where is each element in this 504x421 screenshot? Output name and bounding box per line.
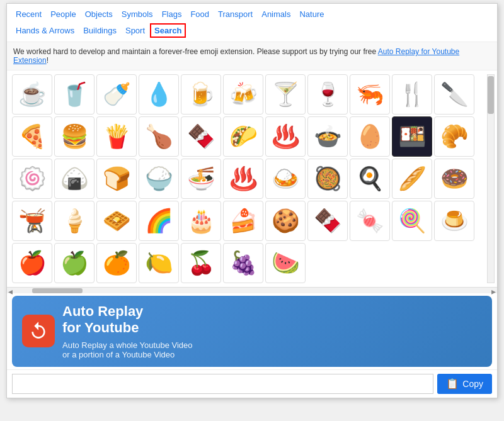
nav-flags[interactable]: Flags <box>158 8 186 21</box>
nav-search[interactable]: Search <box>150 23 186 38</box>
ad-banner[interactable]: Auto Replay for Youtube Auto Replay a wh… <box>12 296 492 367</box>
emoji-cell[interactable]: 🍏 <box>54 243 94 283</box>
ad-title: Auto Replay for Youtube <box>62 303 192 337</box>
emoji-cell[interactable]: 🍉 <box>265 243 306 283</box>
emoji-cell[interactable]: 🌮 <box>223 116 263 157</box>
emoji-cell[interactable]: 🎂 <box>181 201 221 241</box>
nav-bar: Recent People Objects Symbols Flags Food… <box>7 4 497 38</box>
promo-text: We worked hard to develop and maintain a… <box>7 42 497 70</box>
emoji-cell[interactable]: 🍭 <box>392 201 432 241</box>
ad-icon-box <box>22 315 55 347</box>
emoji-cell[interactable]: 🍼 <box>96 74 137 115</box>
emoji-cell[interactable]: 🍬 <box>350 201 390 241</box>
nav-transport[interactable]: Transport <box>214 8 256 21</box>
emoji-cell[interactable]: 🌈 <box>139 201 179 241</box>
emoji-cell[interactable]: 🍋 <box>139 243 179 283</box>
emoji-cell[interactable]: 🔪 <box>434 74 474 115</box>
copy-input[interactable] <box>12 374 433 394</box>
emoji-cell[interactable]: ♨️ <box>265 116 306 157</box>
emoji-grid-wrapper: ☕ 🥤 🍼 💧 🍺 🍻 🍸 🍷 🦐 Fried Shrimp 🍴 🔪 🍕 🍔 🍟… <box>7 70 497 287</box>
emoji-cell[interactable]: 🍰 <box>223 201 263 241</box>
emoji-cell[interactable]: 🍗 <box>139 116 179 157</box>
emoji-cell[interactable]: 🍴 <box>392 74 432 115</box>
nav-buildings[interactable]: Buildings <box>79 24 120 37</box>
emoji-cell[interactable]: 🍸 <box>265 74 306 115</box>
ad-text-block: Auto Replay for Youtube Auto Replay a wh… <box>62 303 192 359</box>
main-container: Recent People Objects Symbols Flags Food… <box>6 3 498 398</box>
scrollbar-thumb <box>488 76 494 114</box>
emoji-cell[interactable]: 🍷 <box>307 74 348 115</box>
nav-row2: Hands & Arrows Buildings Sport Search <box>12 23 492 38</box>
horizontal-scrollbar[interactable]: ◂ ▸ <box>7 287 497 293</box>
emoji-cell[interactable]: 🍲 <box>307 116 348 157</box>
emoji-cell[interactable]: 🍜 <box>181 159 221 199</box>
emoji-cell[interactable]: 🍚 <box>139 159 179 199</box>
emoji-cell[interactable]: ♨️ <box>223 159 263 199</box>
copy-bar: 📋 Copy <box>7 369 497 398</box>
emoji-cell[interactable]: 🍛 <box>265 159 306 199</box>
emoji-cell[interactable]: 🍇 <box>223 243 263 283</box>
scroll-left-arrow[interactable]: ◂ <box>8 286 13 296</box>
emoji-cell[interactable]: 🥐 <box>434 116 474 157</box>
scrollbar-h-thumb <box>32 288 83 293</box>
emoji-grid: ☕ 🥤 🍼 💧 🍺 🍻 🍸 🍷 🦐 Fried Shrimp 🍴 🔪 🍕 🍔 🍟… <box>12 74 492 283</box>
emoji-cell[interactable]: 🍟 <box>96 116 137 157</box>
emoji-cell[interactable]: 🍦 <box>54 201 94 241</box>
emoji-cell[interactable]: 🍮 <box>434 201 474 241</box>
nav-nature[interactable]: Nature <box>295 8 328 21</box>
emoji-cell[interactable]: 🍞 <box>96 159 137 199</box>
emoji-cell[interactable]: 🍕 <box>12 116 52 157</box>
nav-symbols[interactable]: Symbols <box>118 8 157 21</box>
emoji-cell[interactable]: 🍙 <box>54 159 94 199</box>
nav-objects[interactable]: Objects <box>81 8 117 21</box>
emoji-cell[interactable]: 🍫 <box>181 116 221 157</box>
nav-animals[interactable]: Animals <box>258 8 294 21</box>
copy-icon: 📋 <box>446 378 459 390</box>
emoji-cell[interactable]: 🍫 <box>307 201 348 241</box>
emoji-cell[interactable]: 🍔 <box>54 116 94 157</box>
nav-recent[interactable]: Recent <box>12 8 45 21</box>
emoji-cell-fried-shrimp[interactable]: 🦐 Fried Shrimp <box>350 74 390 115</box>
replay-icon <box>28 321 49 341</box>
emoji-cell[interactable]: 🫕 <box>12 201 52 241</box>
nav-food[interactable]: Food <box>186 8 213 21</box>
scroll-right-arrow[interactable]: ▸ <box>491 286 496 296</box>
emoji-cell[interactable]: 🥘 <box>307 159 348 199</box>
emoji-cell[interactable]: 🍩 <box>434 159 474 199</box>
emoji-cell[interactable]: 🍎 <box>12 243 52 283</box>
promo-text-after: ! <box>47 56 49 65</box>
nav-people[interactable]: People <box>47 8 79 21</box>
promo-text-before: We worked hard to develop and maintain a… <box>13 47 378 56</box>
emoji-cell[interactable]: 🍻 <box>223 74 263 115</box>
nav-sport[interactable]: Sport <box>122 24 149 37</box>
emoji-cell[interactable]: 🍱 <box>392 116 432 157</box>
ad-desc: Auto Replay a whole Youtube Video or a p… <box>62 340 192 359</box>
emoji-cell[interactable]: 🍊 <box>96 243 137 283</box>
nav-row1: Recent People Objects Symbols Flags Food… <box>12 8 492 21</box>
emoji-cell[interactable]: 🥖 <box>392 159 432 199</box>
emoji-cell[interactable]: 🥚 <box>350 116 390 157</box>
emoji-cell[interactable]: 🍥 <box>12 159 52 199</box>
nav-hands-arrows[interactable]: Hands & Arrows <box>12 24 78 37</box>
emoji-cell[interactable]: 💧 <box>139 74 179 115</box>
emoji-cell[interactable]: 🧇 <box>96 201 137 241</box>
copy-button[interactable]: 📋 Copy <box>437 374 492 394</box>
vertical-scrollbar[interactable] <box>487 74 495 283</box>
emoji-cell[interactable]: ☕ <box>12 74 52 115</box>
emoji-cell[interactable]: 🍪 <box>265 201 306 241</box>
emoji-cell[interactable]: 🍺 <box>181 74 221 115</box>
emoji-cell[interactable]: 🍒 <box>181 243 221 283</box>
emoji-cell[interactable]: 🥤 <box>54 74 94 115</box>
emoji-cell[interactable]: 🍳 <box>350 159 390 199</box>
